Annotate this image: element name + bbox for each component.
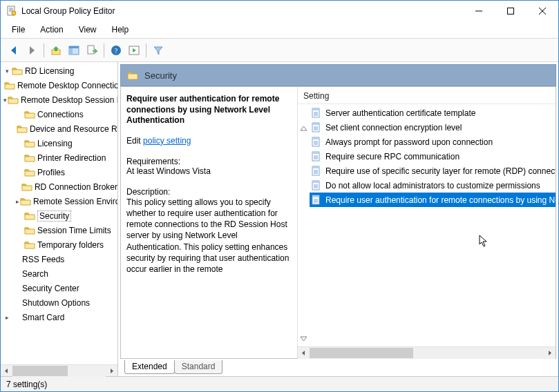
header-bar: Security	[120, 64, 556, 86]
edit-policy-link[interactable]: policy setting	[143, 136, 191, 146]
tab-standard[interactable]: Standard	[174, 360, 223, 374]
tree-item-label: Remote Desktop Connection Client	[17, 81, 117, 90]
statusbar: 7 setting(s)	[1, 376, 558, 391]
tree-item-label: Licensing	[37, 139, 73, 148]
show-hide-tree-button[interactable]	[65, 41, 83, 59]
close-button[interactable]	[527, 1, 558, 21]
tree-item[interactable]: Printer Redirection	[1, 150, 117, 165]
tree-item-label: Session Time Limits	[37, 226, 111, 235]
setting-label: Require secure RPC communication	[325, 152, 459, 161]
setting-row[interactable]: Require secure RPC communication	[310, 149, 556, 164]
tree-item[interactable]: RSS Feeds	[1, 252, 117, 266]
tree-item[interactable]: ▸Remote Session Environment	[1, 194, 117, 208]
folder-icon	[126, 69, 139, 81]
export-list-button[interactable]	[83, 41, 101, 59]
folder-icon	[24, 138, 35, 149]
scroll-right-button[interactable]	[106, 365, 117, 377]
tree-item[interactable]: Search	[1, 266, 117, 281]
tree-item[interactable]: Shutdown Options	[1, 295, 117, 310]
tree-item[interactable]: Remote Desktop Connection Client	[1, 78, 117, 92]
scroll-down-icon[interactable]	[300, 335, 307, 342]
requirements-value: At least Windows Vista	[126, 166, 290, 176]
svg-point-4	[12, 11, 16, 15]
tree-item[interactable]: Security Center	[1, 281, 117, 295]
tree-item[interactable]: Session Time Limits	[1, 223, 117, 237]
tree-item[interactable]: ▾RD Licensing	[1, 63, 117, 78]
forward-button[interactable]	[23, 41, 41, 59]
scrollbar-thumb[interactable]	[12, 366, 68, 376]
setting-row[interactable]: Set client connection encryption level	[310, 120, 556, 135]
toolbar: ?	[1, 39, 558, 62]
setting-row[interactable]: Always prompt for password upon connecti…	[310, 135, 556, 149]
titlebar: Local Group Policy Editor	[1, 1, 558, 21]
setting-label: Server authentication certificate templa…	[325, 108, 475, 118]
setting-row[interactable]: Server authentication certificate templa…	[310, 106, 556, 120]
tree-horizontal-scrollbar[interactable]	[1, 364, 117, 376]
tree-item-label: Remote Session Environment	[33, 197, 117, 206]
svg-rect-43	[312, 181, 319, 183]
scroll-up-icon[interactable]	[300, 125, 307, 133]
expander-icon[interactable]: ▸	[3, 314, 11, 321]
tree-item[interactable]: Licensing	[1, 136, 117, 150]
tree-item-label: Security	[37, 210, 71, 222]
expander-icon[interactable]: ▾	[3, 68, 11, 75]
list-column-header[interactable]: Setting	[298, 87, 556, 104]
tree-item[interactable]: ▾Remote Desktop Session Host	[1, 92, 117, 107]
minimize-button[interactable]	[463, 1, 495, 21]
svg-rect-12	[69, 48, 73, 55]
svg-rect-28	[312, 137, 319, 139]
tree-item[interactable]: Connections	[1, 107, 117, 121]
list-horizontal-scrollbar[interactable]	[298, 346, 556, 358]
svg-rect-48	[312, 195, 319, 197]
tree-view[interactable]: ▾RD LicensingRemote Desktop Connection C…	[1, 62, 117, 364]
tree-item-label: Profiles	[37, 168, 65, 177]
action-run-button[interactable]	[125, 41, 143, 59]
folder-icon	[20, 196, 31, 207]
svg-rect-23	[312, 123, 319, 125]
setting-row[interactable]: Require user authentication for remote c…	[310, 193, 556, 207]
expander-icon[interactable]: ▾	[3, 97, 7, 104]
tree-item[interactable]: ▸Smart Card	[1, 310, 117, 324]
folder-icon	[21, 182, 32, 193]
policy-icon	[311, 108, 322, 119]
tree-item[interactable]: Profiles	[1, 165, 117, 179]
maximize-button[interactable]	[495, 1, 527, 21]
scroll-right-button[interactable]	[544, 347, 556, 359]
menu-action[interactable]: Action	[33, 23, 70, 37]
svg-rect-11	[69, 46, 79, 48]
help-button[interactable]: ?	[107, 41, 125, 59]
tree-item-label: RD Licensing	[25, 66, 74, 76]
description-body: This policy setting allows you to specif…	[126, 197, 290, 275]
selected-policy-title: Require user authentication for remote c…	[126, 94, 290, 126]
svg-rect-13	[88, 46, 94, 54]
tree-item[interactable]: RD Connection Broker	[1, 179, 117, 194]
tree-item[interactable]: Device and Resource Redirection	[1, 121, 117, 136]
tree-item-label: RD Connection Broker	[35, 182, 117, 192]
expander-icon[interactable]: ▸	[16, 198, 19, 205]
tree-item[interactable]: Temporary folders	[1, 237, 117, 252]
tab-extended[interactable]: Extended	[124, 360, 175, 374]
scrollbar-thumb[interactable]	[310, 348, 413, 358]
scroll-left-button[interactable]	[1, 365, 12, 377]
menu-view[interactable]: View	[72, 23, 104, 37]
requirements-label: Requirements:	[126, 157, 290, 166]
up-one-level-button[interactable]	[47, 41, 65, 59]
policy-icon	[311, 122, 322, 133]
scroll-left-button[interactable]	[298, 347, 310, 359]
detail-pane: Require user authentication for remote c…	[120, 86, 556, 359]
tree-item-label: Search	[22, 269, 48, 279]
menu-file[interactable]: File	[5, 23, 32, 37]
tree-item[interactable]: Security	[1, 208, 117, 223]
back-button[interactable]	[5, 41, 23, 59]
tree-item-label: Device and Resource Redirection	[30, 124, 117, 134]
setting-label: Require user authentication for remote c…	[325, 195, 556, 205]
settings-list[interactable]: Server authentication certificate templa…	[310, 104, 556, 346]
menubar: File Action View Help	[1, 21, 558, 39]
menu-help[interactable]: Help	[105, 23, 136, 37]
folder-icon	[24, 153, 35, 164]
setting-row[interactable]: Do not allow local administrators to cus…	[310, 178, 556, 193]
filter-button[interactable]	[149, 41, 167, 59]
policy-icon	[311, 166, 322, 177]
setting-row[interactable]: Require use of specific security layer f…	[310, 164, 556, 178]
folder-icon	[24, 210, 35, 222]
